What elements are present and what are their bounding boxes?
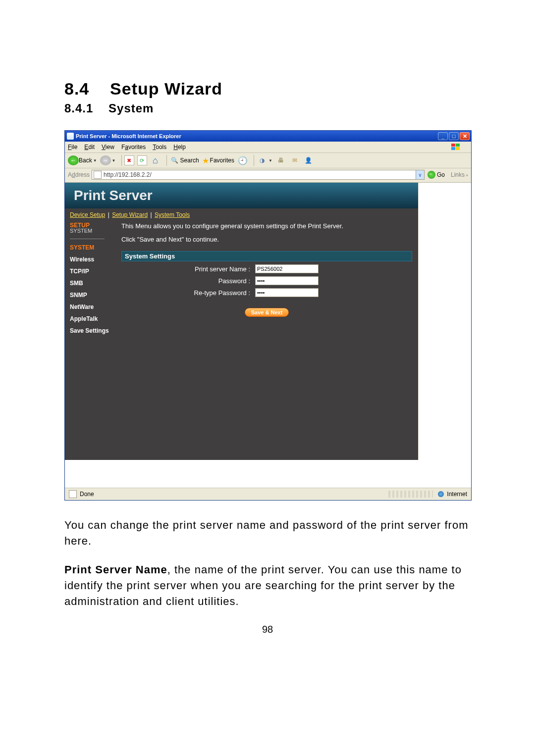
menu-help[interactable]: Help [173,144,186,151]
home-button[interactable]: ⌂ [150,155,161,165]
window-buttons: _ □ ✕ [437,132,470,140]
print-server-name-input[interactable] [255,264,319,273]
links-label: Links [451,171,465,178]
mail-icon: ✉ [289,155,300,165]
sidebar-item-snmp[interactable]: SNMP [70,292,117,299]
sidebar-subhead: SYSTEM [70,228,117,234]
page-icon [94,171,102,179]
svg-rect-0 [451,144,455,147]
sidebar-item-smb[interactable]: SMB [70,280,117,287]
ie-icon [67,133,74,140]
forward-icon: → [100,155,111,165]
sidebar-item-appletalk[interactable]: AppleTalk [70,315,117,322]
go-icon: → [428,171,435,179]
viewport-bottom-gutter [65,460,471,488]
minimize-button[interactable]: _ [438,132,448,140]
favorites-label: Favorites [210,157,234,164]
section-number: 8.4 [64,79,89,98]
address-field[interactable]: http://192.168.2.2/ [92,170,416,180]
svg-rect-2 [451,147,455,150]
doc-paragraph-1: You can change the print server name and… [64,517,471,549]
section-heading: 8.4 Setup Wizard [64,79,471,99]
status-bar: Done Internet [65,488,471,500]
mail-button[interactable]: ✉ [289,155,300,165]
toolbar-separator [121,155,122,166]
menu-view[interactable]: View [102,144,114,151]
media-button[interactable]: ◑▼ [257,155,272,165]
sidebar-item-netware[interactable]: NetWare [70,303,117,310]
links-button[interactable]: Links» [451,171,468,178]
chevron-down-icon: ▼ [268,158,272,163]
back-label: Back [79,157,92,164]
toolbar-separator [254,155,254,166]
home-icon: ⌂ [150,155,161,165]
go-button[interactable]: → Go [428,171,445,179]
back-icon: ← [68,155,79,165]
menu-file[interactable]: File [68,144,77,151]
address-bar: Address http://192.168.2.2/ v → Go Links… [65,168,471,183]
chevron-right-icon: » [466,173,468,178]
stop-icon: ✖ [124,155,134,165]
maximize-button[interactable]: □ [449,132,459,140]
refresh-icon: ⟳ [137,155,147,165]
print-icon: 🖶 [275,155,286,165]
svg-rect-3 [456,147,460,150]
subsection-heading: 8.4.1 System [64,101,471,115]
refresh-button[interactable]: ⟳ [137,155,147,165]
sidebar-item-system[interactable]: SYSTEM [70,244,117,251]
menu-tools[interactable]: Tools [153,144,166,151]
save-next-button[interactable]: Save & Next [245,308,289,317]
breadcrumb: Device Setup | Setup Wizard | System Too… [65,208,418,220]
address-url: http://192.168.2.2/ [104,171,152,178]
subsection-title: System [108,101,154,115]
window-titlebar: Print Server - Microsoft Internet Explor… [65,131,471,142]
favorites-button[interactable]: ★ Favorites [202,156,234,165]
doc-paragraph-2: Print Server Name, the name of the print… [64,562,471,609]
retype-password-label: Re-type Password : [121,289,255,297]
row-retype-password: Re-type Password : [121,288,412,297]
stop-button[interactable]: ✖ [124,155,134,165]
internet-zone-icon [438,491,444,497]
star-icon: ★ [202,156,209,165]
back-button[interactable]: ← Back ▼ [68,155,97,165]
chevron-down-icon: ▼ [112,158,116,163]
subsection-number: 8.4.1 [64,101,93,115]
main-panel: This Menu allows you to configure genera… [117,220,418,460]
media-icon: ◑ [257,155,268,165]
forward-button[interactable]: → ▼ [100,155,116,165]
svg-rect-1 [456,144,460,147]
print-button[interactable]: 🖶 [275,155,286,165]
search-button[interactable]: 🔍 Search [169,155,199,165]
page-icon [69,490,77,498]
status-text: Done [80,491,94,498]
close-button[interactable]: ✕ [460,132,470,140]
continue-text: Click "Save and Next" to continue. [121,236,412,243]
status-zone: Internet [447,491,467,498]
history-button[interactable]: 🕘 [237,155,248,165]
history-icon: 🕘 [237,155,248,165]
windows-flag-icon [450,143,461,151]
menu-favorites[interactable]: Favorites [121,144,146,151]
search-icon: 🔍 [169,155,180,165]
messenger-button[interactable]: 👤 [303,155,314,165]
menu-bar: File Edit View Favorites Tools Help [65,142,471,153]
viewport-right-gutter [418,183,471,460]
crumb-setup-wizard[interactable]: Setup Wizard [112,211,148,218]
ie-window: Print Server - Microsoft Internet Explor… [64,130,472,501]
toolbar-separator [166,155,167,166]
sidebar-item-wireless[interactable]: Wireless [70,256,117,263]
section-title: Setup Wizard [110,79,222,98]
sidebar: SETUP SYSTEM SYSTEM Wireless TCP/IP SMB … [65,220,117,460]
page-banner: Print Server [65,183,418,208]
crumb-device-setup[interactable]: Device Setup [70,211,105,218]
messenger-icon: 👤 [303,155,314,165]
address-dropdown[interactable]: v [416,170,425,180]
retype-password-input[interactable] [255,288,319,297]
sidebar-item-save-settings[interactable]: Save Settings [70,327,117,334]
sidebar-item-tcpip[interactable]: TCP/IP [70,268,117,275]
chevron-down-icon: ▼ [93,158,97,163]
menu-edit[interactable]: Edit [84,144,95,151]
crumb-system-tools[interactable]: System Tools [155,211,190,218]
password-input[interactable] [255,276,319,285]
window-title: Print Server - Microsoft Internet Explor… [76,133,181,139]
